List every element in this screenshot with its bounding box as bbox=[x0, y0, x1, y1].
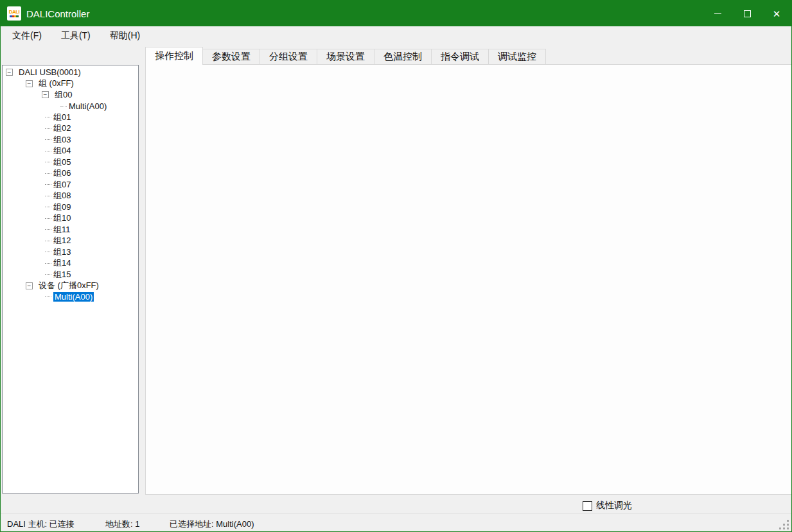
address-count-text: 地址数: 1 bbox=[105, 519, 139, 530]
tree-item-multi-a00[interactable]: Multi(A00) bbox=[3, 101, 138, 112]
selected-tree-label: Multi(A00) bbox=[53, 292, 94, 302]
app-icon-bar bbox=[10, 15, 19, 17]
tree-item-device-broadcast[interactable]: −设备 (广播0xFF) bbox=[3, 280, 138, 292]
tree-item-group13[interactable]: 组13 bbox=[3, 246, 138, 258]
tab-command-debug[interactable]: 指令调试 bbox=[432, 49, 489, 65]
tree-item-group06[interactable]: 组06 bbox=[3, 168, 138, 180]
title-bar: DALI DALIController ✕ bbox=[1, 1, 791, 26]
app-icon: DALI bbox=[7, 6, 21, 21]
collapse-icon[interactable]: − bbox=[26, 80, 33, 87]
close-icon: ✕ bbox=[773, 9, 781, 19]
app-icon-text: DALI bbox=[9, 10, 20, 15]
tree-item-group04[interactable]: 组04 bbox=[3, 146, 138, 157]
linear-dimming-checkbox[interactable] bbox=[583, 501, 592, 511]
menu-file[interactable]: 文件(F) bbox=[4, 28, 49, 44]
tree-item-dali-usb[interactable]: −DALI USB(0001) bbox=[3, 67, 138, 78]
tab-operation-control[interactable]: 操作控制 bbox=[145, 47, 203, 65]
tree-item-group15[interactable]: 组15 bbox=[3, 269, 138, 280]
tree-item-group07[interactable]: 组07 bbox=[3, 179, 138, 191]
maximize-button[interactable] bbox=[732, 1, 762, 26]
device-tree: −DALI USB(0001) −组 (0xFF) −组00 Multi(A00… bbox=[2, 65, 139, 493]
menu-help[interactable]: 帮助(H) bbox=[102, 28, 148, 44]
tab-scene-settings[interactable]: 场景设置 bbox=[317, 49, 374, 65]
tree-item-group09[interactable]: 组09 bbox=[3, 202, 138, 213]
linear-dimming-label: 线性调光 bbox=[596, 500, 632, 511]
resize-grip[interactable] bbox=[787, 528, 789, 529]
tree-item-group03[interactable]: 组03 bbox=[3, 134, 138, 146]
collapse-icon[interactable]: − bbox=[26, 282, 33, 289]
selected-address-text: 已选择地址: Multi(A00) bbox=[170, 519, 254, 530]
tree-item-group10[interactable]: 组10 bbox=[3, 213, 138, 225]
collapse-icon[interactable]: − bbox=[6, 69, 13, 76]
menu-bar: 文件(F) 工具(T) 帮助(H) bbox=[1, 26, 791, 46]
tab-page-operation-control bbox=[145, 64, 792, 495]
minimize-icon bbox=[714, 13, 721, 14]
tree-item-group08[interactable]: 组08 bbox=[3, 191, 138, 202]
minimize-button[interactable] bbox=[703, 1, 732, 26]
tab-parameter-settings[interactable]: 参数设置 bbox=[203, 49, 260, 65]
collapse-icon[interactable]: − bbox=[42, 91, 49, 98]
host-status-text: DALI 主机: 已连接 bbox=[7, 519, 75, 530]
status-bar: DALI 主机: 已连接 地址数: 1 已选择地址: Multi(A00) bbox=[1, 513, 791, 532]
tree-item-group14[interactable]: 组14 bbox=[3, 258, 138, 270]
tab-color-temp-control[interactable]: 色温控制 bbox=[374, 49, 432, 65]
tree-item-multi-a00-selected[interactable]: Multi(A00) bbox=[3, 291, 138, 303]
tree-item-group01[interactable]: 组01 bbox=[3, 112, 138, 123]
tab-strip: 操作控制 参数设置 分组设置 场景设置 色温控制 指令调试 调试监控 bbox=[145, 47, 546, 65]
tree-item-group11[interactable]: 组11 bbox=[3, 224, 138, 236]
tree-item-group05[interactable]: 组05 bbox=[3, 157, 138, 168]
tree-item-group-root[interactable]: −组 (0xFF) bbox=[3, 78, 138, 90]
tree-item-group00[interactable]: −组00 bbox=[3, 89, 138, 101]
window-title: DALIController bbox=[26, 8, 89, 19]
menu-tools[interactable]: 工具(T) bbox=[53, 28, 98, 44]
tree-item-group12[interactable]: 组12 bbox=[3, 236, 138, 247]
maximize-icon bbox=[744, 10, 751, 17]
tree-item-group02[interactable]: 组02 bbox=[3, 123, 138, 135]
app-window: DALI DALIController ✕ 文件(F) 工具(T) 帮助(H) … bbox=[0, 0, 792, 532]
tab-debug-monitor[interactable]: 调试监控 bbox=[489, 49, 546, 65]
close-button[interactable]: ✕ bbox=[762, 1, 791, 26]
linear-dimming-option[interactable]: 线性调光 bbox=[583, 500, 632, 511]
tab-group-settings[interactable]: 分组设置 bbox=[260, 49, 317, 65]
